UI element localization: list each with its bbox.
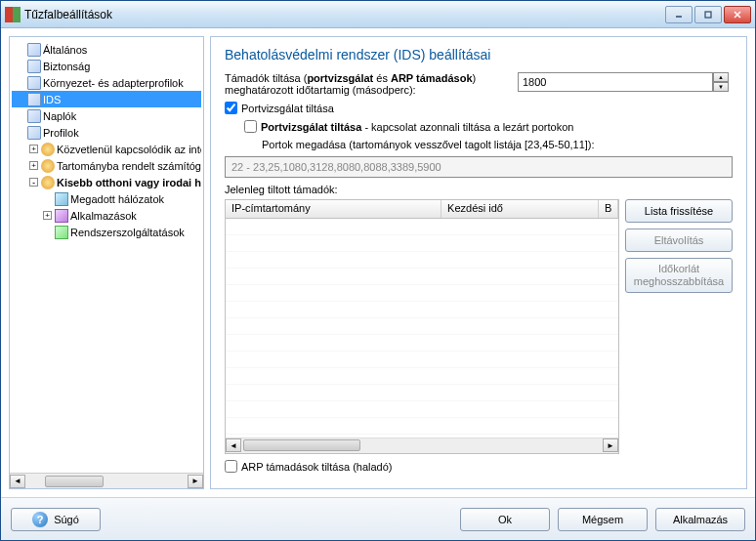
table-header: IP-címtartomány Kezdési idő B bbox=[225, 199, 619, 219]
app-icon bbox=[5, 7, 21, 22]
table-side-buttons: Lista frissítése Eltávolítás Időkorlát m… bbox=[625, 199, 733, 454]
tree-item[interactable]: Profilok bbox=[12, 124, 201, 141]
section-heading: Behatolásvédelmi rendszer (IDS) beállítá… bbox=[225, 47, 733, 62]
tree-item-label: Alkalmazások bbox=[70, 210, 137, 222]
tree-item[interactable]: Általános bbox=[12, 41, 201, 58]
tree-item[interactable]: Megadott hálózatok bbox=[12, 190, 201, 207]
arp-block-label[interactable]: ARP támadások tiltása (haladó) bbox=[241, 461, 393, 473]
tree-item[interactable]: +Tartományba rendelt számítógép bbox=[12, 157, 201, 174]
apply-button[interactable]: Alkalmazás bbox=[655, 508, 745, 531]
ports-input[interactable] bbox=[225, 156, 733, 178]
tree-item[interactable]: Rendszerszolgáltatások bbox=[12, 224, 201, 240]
doc-icon bbox=[27, 93, 41, 106]
tree-item[interactable]: Környezet- és adapterprofilok bbox=[12, 74, 201, 91]
blocked-table: IP-címtartomány Kezdési idő B ◄ ► bbox=[225, 199, 619, 454]
doc-icon bbox=[27, 126, 41, 140]
portscan-immediate-checkbox[interactable] bbox=[244, 120, 257, 133]
tree-item-label: Általános bbox=[43, 44, 87, 56]
remove-button[interactable]: Eltávolítás bbox=[625, 229, 733, 252]
spin-up-button[interactable]: ▲ bbox=[713, 72, 729, 82]
tree-item-label: Rendszerszolgáltatások bbox=[70, 227, 185, 238]
tree-item-label: Közvetlenül kapcsolódik az internethez bbox=[57, 144, 201, 155]
portscan-block-label[interactable]: Portvizsgálat tiltása bbox=[241, 103, 334, 114]
blocked-attackers-label: Jelenleg tiltott támadók: bbox=[225, 184, 733, 195]
tree-item-label: Kisebb otthoni vagy irodai hálózat bbox=[57, 177, 201, 188]
table-scroll-thumb[interactable] bbox=[243, 439, 360, 451]
ok-button[interactable]: Ok bbox=[460, 508, 550, 531]
col-ip-range[interactable]: IP-címtartomány bbox=[226, 200, 441, 218]
doc-icon bbox=[27, 43, 41, 57]
main-panel: Behatolásvédelmi rendszer (IDS) beállítá… bbox=[210, 36, 747, 489]
tree-item[interactable]: Naplók bbox=[12, 107, 201, 124]
footer: ? Súgó Ok Mégsem Alkalmazás bbox=[1, 497, 755, 540]
user-icon bbox=[41, 176, 55, 189]
tree-item[interactable]: -Kisebb otthoni vagy irodai hálózat bbox=[12, 174, 201, 190]
extend-timeout-button[interactable]: Időkorlát meghosszabbítása bbox=[625, 258, 733, 293]
close-button[interactable] bbox=[724, 6, 751, 23]
sidebar-hscrollbar[interactable]: ◄ ► bbox=[10, 473, 203, 488]
ports-hint: Portok megadása (tartományok vesszővel t… bbox=[262, 139, 733, 150]
timeout-input[interactable] bbox=[518, 72, 713, 92]
minimize-button[interactable] bbox=[665, 6, 693, 23]
portscan-immediate-row: Portvizsgálat tiltása - kapcsolat azonna… bbox=[244, 120, 733, 133]
doc-icon bbox=[27, 109, 41, 123]
window-controls bbox=[665, 6, 751, 23]
tree-item[interactable]: +Alkalmazások bbox=[12, 207, 201, 224]
tree-item-label: Megadott hálózatok bbox=[70, 193, 164, 205]
portscan-checkbox-row: Portvizsgálat tiltása bbox=[225, 102, 733, 114]
portscan-block-checkbox[interactable] bbox=[225, 102, 237, 114]
tree-expander[interactable]: + bbox=[43, 211, 52, 220]
table-scroll-left[interactable]: ◄ bbox=[226, 438, 241, 452]
tree-item-label: Profilok bbox=[43, 127, 79, 139]
user-icon bbox=[41, 143, 55, 156]
timeout-row: Támadók tiltása (portvizsgálat és ARP tá… bbox=[225, 72, 733, 96]
firewall-settings-window: Tűzfalbeállítások ÁltalánosBiztonságKörn… bbox=[0, 0, 756, 541]
col-start-time[interactable]: Kezdési idő bbox=[441, 200, 599, 218]
titlebar[interactable]: Tűzfalbeállítások bbox=[1, 1, 755, 28]
scroll-right-button[interactable]: ► bbox=[188, 475, 203, 488]
portscan-immediate-label[interactable]: Portvizsgálat tiltása - kapcsolat azonna… bbox=[261, 121, 573, 133]
col-b[interactable]: B bbox=[599, 200, 618, 218]
spin-down-button[interactable]: ▼ bbox=[713, 82, 729, 92]
help-button[interactable]: ? Súgó bbox=[11, 508, 101, 531]
table-scroll-right[interactable]: ► bbox=[603, 438, 618, 452]
portscan-sub-block: Portvizsgálat tiltása - kapcsolat azonna… bbox=[244, 120, 733, 150]
tree-expander[interactable]: + bbox=[29, 145, 38, 153]
arp-block-checkbox[interactable] bbox=[225, 460, 237, 473]
tree-item-label: Naplók bbox=[43, 110, 76, 122]
sidebar: ÁltalánosBiztonságKörnyezet- és adapterp… bbox=[9, 36, 204, 489]
scroll-left-button[interactable]: ◄ bbox=[10, 475, 25, 488]
user-icon bbox=[41, 159, 55, 173]
timeout-label: Támadók tiltása (portvizsgálat és ARP tá… bbox=[225, 72, 518, 96]
refresh-list-button[interactable]: Lista frissítése bbox=[625, 199, 733, 223]
timeout-spinner: ▲ ▼ bbox=[518, 72, 733, 92]
tree-expander[interactable]: - bbox=[29, 178, 38, 187]
doc-icon bbox=[27, 76, 41, 90]
table-scroll-track[interactable] bbox=[241, 438, 603, 453]
table-rows bbox=[226, 219, 618, 437]
arp-checkbox-row: ARP támadások tiltása (haladó) bbox=[225, 460, 733, 473]
doc-icon bbox=[27, 60, 41, 73]
svc-icon bbox=[55, 226, 68, 239]
tree-expander[interactable]: + bbox=[29, 161, 38, 170]
help-icon: ? bbox=[32, 512, 48, 527]
maximize-button[interactable] bbox=[694, 6, 722, 23]
tree-item-label: IDS bbox=[43, 94, 61, 105]
app-icon bbox=[55, 209, 68, 223]
table-area: IP-címtartomány Kezdési idő B ◄ ► bbox=[225, 199, 733, 454]
table-hscrollbar[interactable]: ◄ ► bbox=[226, 437, 618, 453]
tree-item[interactable]: Biztonság bbox=[12, 58, 201, 74]
content-area: ÁltalánosBiztonságKörnyezet- és adapterp… bbox=[1, 28, 755, 497]
tree-item-label: Környezet- és adapterprofilok bbox=[43, 77, 184, 89]
cancel-button[interactable]: Mégsem bbox=[558, 508, 648, 531]
nav-tree[interactable]: ÁltalánosBiztonságKörnyezet- és adapterp… bbox=[10, 37, 203, 473]
scroll-track[interactable] bbox=[25, 475, 188, 488]
tree-item[interactable]: IDS bbox=[12, 91, 201, 107]
tree-item-label: Biztonság bbox=[43, 61, 90, 72]
svg-rect-1 bbox=[705, 12, 711, 18]
table-body[interactable]: ◄ ► bbox=[225, 219, 619, 454]
scroll-thumb[interactable] bbox=[45, 476, 104, 487]
tree-item[interactable]: +Közvetlenül kapcsolódik az internethez bbox=[12, 141, 201, 157]
net-icon bbox=[55, 192, 68, 206]
tree-item-label: Tartományba rendelt számítógép bbox=[57, 160, 201, 172]
